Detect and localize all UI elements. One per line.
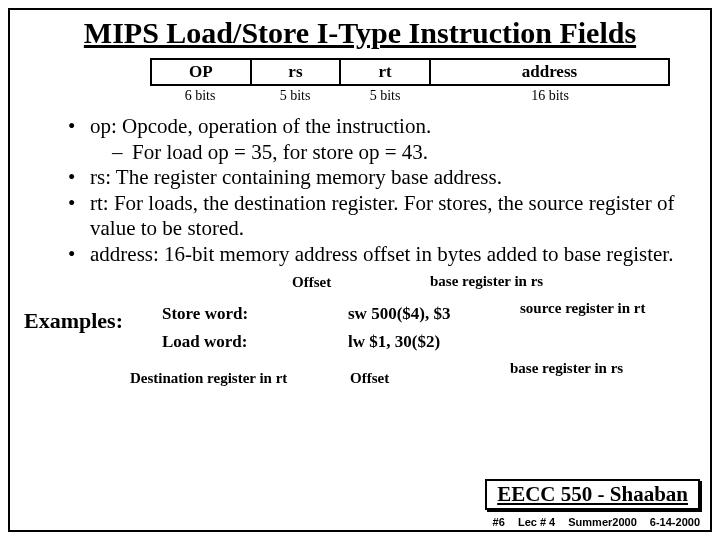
instruction-field-table: OP rs rt address <box>150 58 670 86</box>
annot-source-rt: source register in rt <box>520 300 645 317</box>
bit-width-row: 6 bits 5 bits 5 bits 16 bits <box>150 88 670 104</box>
slide-meta: #6 Lec # 4 Summer2000 6-14-2000 <box>483 516 700 528</box>
bullet-op-sub: For load op = 35, for store op = 43. <box>132 140 428 164</box>
load-word-label: Load word: <box>162 332 247 352</box>
field-rt: rt <box>340 59 430 85</box>
course-footer-box: EECC 550 - Shaaban <box>485 479 700 510</box>
bullet-dot: • <box>68 191 90 242</box>
bits-rt: 5 bits <box>340 88 430 104</box>
bullet-dot: • <box>68 242 90 268</box>
page-title: MIPS Load/Store I-Type Instruction Field… <box>10 10 710 58</box>
date: 6-14-2000 <box>650 516 700 528</box>
store-word-label: Store word: <box>162 304 248 324</box>
annot-dest-rt: Destination register in rt <box>130 370 287 387</box>
bits-rs: 5 bits <box>250 88 340 104</box>
slide-number: #6 <box>493 516 505 528</box>
bits-op: 6 bits <box>150 88 250 104</box>
bullet-list: • op: Opcode, operation of the instructi… <box>68 114 690 268</box>
field-rs: rs <box>251 59 341 85</box>
examples-label: Examples: <box>24 308 123 334</box>
examples-area: Offset base register in rs Examples: Sto… <box>10 274 710 404</box>
bits-address: 16 bits <box>430 88 670 104</box>
bullet-address: address: 16-bit memory address offset in… <box>90 242 690 268</box>
bullet-dot: • <box>68 114 90 165</box>
annot-base-rs-bottom: base register in rs <box>510 360 623 377</box>
bullet-rt: rt: For loads, the destination register.… <box>90 191 690 242</box>
bullet-rs: rs: The register containing memory base … <box>90 165 690 191</box>
annot-offset-bottom: Offset <box>350 370 389 387</box>
field-op: OP <box>151 59 251 85</box>
annot-base-rs-top: base register in rs <box>430 273 543 290</box>
field-address: address <box>430 59 669 85</box>
store-word-code: sw 500($4), $3 <box>348 304 450 324</box>
annot-offset-top: Offset <box>292 274 331 291</box>
load-word-code: lw $1, 30($2) <box>348 332 440 352</box>
term: Summer2000 <box>568 516 637 528</box>
bullet-dot: • <box>68 165 90 191</box>
bullet-op: op: Opcode, operation of the instruction… <box>90 114 431 138</box>
lecture-number: Lec # 4 <box>518 516 555 528</box>
